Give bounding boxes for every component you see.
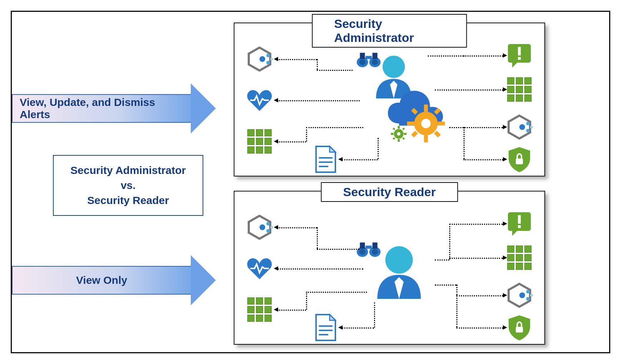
app-grid-icon [505, 243, 534, 272]
svg-point-58 [526, 297, 530, 301]
svg-rect-36 [391, 133, 394, 135]
svg-rect-35 [398, 139, 400, 142]
svg-point-57 [526, 290, 530, 293]
svg-point-4 [270, 58, 273, 60]
hexagon-nodes-icon [505, 113, 534, 141]
svg-point-17 [359, 59, 366, 65]
svg-point-3 [266, 61, 270, 64]
svg-rect-28 [411, 108, 418, 115]
svg-rect-54 [518, 225, 521, 228]
arrow-admin-label: View, Update, and Dismiss Alerts [20, 96, 184, 121]
svg-rect-65 [360, 243, 365, 249]
svg-rect-30 [434, 108, 441, 115]
svg-marker-52 [512, 231, 517, 236]
svg-point-2 [266, 54, 270, 57]
security-administrator-panel: Security Administrator [234, 23, 545, 176]
alert-icon [505, 209, 534, 238]
svg-point-47 [259, 224, 265, 230]
app-grid-icon [245, 295, 274, 324]
svg-point-11 [526, 122, 530, 125]
user-icon [370, 242, 428, 299]
svg-rect-25 [424, 135, 428, 142]
svg-rect-60 [516, 327, 523, 333]
comparison-line-1: Security Administrator [64, 163, 192, 178]
svg-point-56 [519, 292, 525, 298]
svg-rect-7 [518, 47, 521, 55]
svg-rect-8 [518, 57, 521, 60]
svg-rect-19 [360, 53, 365, 59]
svg-rect-31 [411, 131, 418, 137]
svg-point-12 [526, 129, 530, 132]
svg-rect-14 [516, 159, 523, 164]
shield-lock-icon [505, 313, 534, 342]
hexagon-nodes-icon [245, 213, 274, 242]
svg-marker-6 [512, 63, 517, 68]
svg-rect-53 [518, 215, 521, 224]
document-icon [313, 313, 338, 342]
svg-point-48 [266, 222, 270, 225]
svg-rect-41 [393, 137, 395, 140]
diagram-frame: View, Update, and Dismiss Alerts Securit… [11, 11, 610, 353]
svg-point-68 [385, 246, 413, 274]
gear-settings-icon [390, 125, 407, 142]
svg-rect-26 [407, 122, 414, 126]
svg-rect-34 [398, 126, 400, 129]
svg-point-10 [519, 124, 525, 130]
svg-point-49 [266, 229, 270, 233]
alert-icon [505, 41, 534, 70]
gear-settings-icon [406, 104, 446, 143]
svg-rect-24 [424, 105, 428, 112]
svg-rect-29 [434, 131, 441, 137]
hexagon-nodes-icon [505, 281, 534, 310]
app-grid-icon [505, 75, 534, 104]
admin-panel-title: Security Administrator [312, 14, 467, 48]
svg-point-22 [383, 55, 405, 78]
health-heart-icon [245, 86, 274, 115]
svg-rect-37 [404, 133, 407, 135]
svg-rect-39 [402, 137, 405, 140]
security-reader-panel: Security Reader [234, 191, 545, 345]
document-icon [313, 145, 338, 174]
reader-panel-title: Security Reader [321, 182, 458, 202]
arrow-reader-capability: View Only [12, 255, 216, 305]
comparison-line-2: vs. [64, 178, 192, 193]
svg-point-13 [530, 126, 533, 128]
shield-lock-icon [505, 145, 534, 174]
svg-rect-40 [402, 127, 405, 130]
svg-rect-27 [438, 122, 445, 126]
svg-point-50 [270, 226, 273, 229]
app-grid-icon [245, 127, 274, 156]
svg-point-63 [359, 249, 366, 255]
svg-rect-38 [393, 127, 395, 130]
hexagon-nodes-icon [245, 45, 274, 73]
arrow-admin-capability: View, Update, and Dismiss Alerts [12, 83, 216, 134]
comparison-line-3: Security Reader [64, 193, 192, 208]
arrow-reader-label: View Only [76, 274, 127, 286]
svg-point-1 [259, 56, 265, 62]
svg-point-59 [530, 294, 533, 297]
svg-point-42 [397, 132, 401, 136]
svg-point-32 [421, 119, 431, 128]
comparison-title-box: Security Administrator vs. Security Read… [53, 155, 203, 216]
health-heart-icon [245, 254, 274, 283]
